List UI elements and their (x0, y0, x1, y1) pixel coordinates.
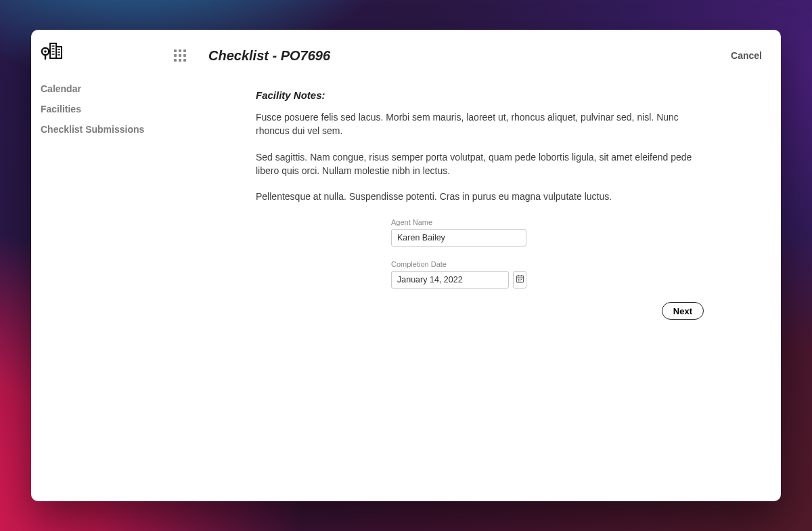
svg-point-1 (44, 50, 47, 53)
svg-point-16 (519, 279, 520, 280)
facility-notes-body: Fusce posuere felis sed lacus. Morbi sem… (256, 110, 706, 203)
svg-point-15 (518, 279, 518, 280)
facility-note-paragraph: Sed sagittis. Nam congue, risus semper p… (256, 150, 706, 178)
actions-row: Next (256, 302, 706, 320)
svg-point-19 (519, 280, 520, 281)
content-area: Facility Notes: Fusce posuere felis sed … (166, 70, 781, 339)
agent-name-label: Agent Name (391, 218, 526, 226)
completion-date-label: Completion Date (391, 260, 526, 268)
sidebar-item-facilities[interactable]: Facilities (41, 99, 157, 119)
agent-name-field-wrapper: Agent Name (391, 218, 526, 247)
page-title: Checklist - PO7696 (208, 48, 330, 64)
next-button[interactable]: Next (662, 302, 704, 320)
facility-notes-heading: Facility Notes: (256, 89, 706, 101)
apps-grid-icon (174, 49, 186, 62)
cancel-button[interactable]: Cancel (731, 50, 762, 61)
facility-note-paragraph: Fusce posuere felis sed lacus. Morbi sem… (256, 110, 706, 138)
completion-date-field-wrapper: Completion Date (391, 260, 526, 289)
sidebar-item-checklist-submissions[interactable]: Checklist Submissions (41, 119, 157, 140)
top-bar: Checklist - PO7696 Cancel (166, 41, 781, 70)
agent-name-input[interactable] (391, 229, 526, 247)
sidebar: Calendar Facilities Checklist Submission… (31, 30, 166, 501)
svg-point-18 (518, 280, 518, 281)
calendar-icon (516, 274, 524, 285)
app-logo-icon (41, 41, 157, 64)
sidebar-item-calendar[interactable]: Calendar (41, 79, 157, 99)
form: Agent Name Completion Date (256, 218, 706, 289)
date-picker-button[interactable] (513, 271, 526, 289)
facility-note-paragraph: Pellentesque at nulla. Suspendisse poten… (256, 190, 706, 203)
apps-menu-button[interactable] (171, 46, 189, 65)
main-content: Checklist - PO7696 Cancel Facility Notes… (166, 30, 781, 501)
app-window: Calendar Facilities Checklist Submission… (31, 30, 781, 501)
completion-date-input[interactable] (391, 271, 509, 289)
svg-point-17 (521, 279, 522, 280)
